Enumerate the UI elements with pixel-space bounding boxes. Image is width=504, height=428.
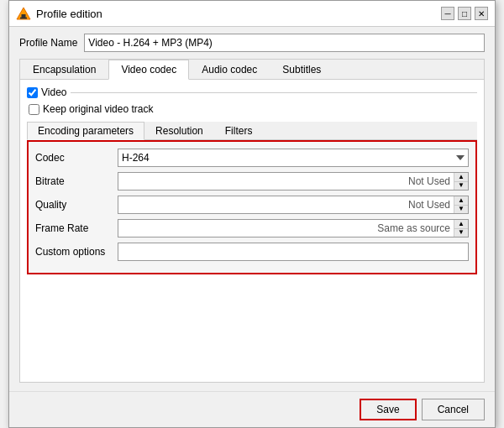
bitrate-label: Bitrate: [35, 175, 111, 187]
vlc-icon: [16, 6, 31, 21]
quality-spinner: ▲ ▼: [118, 196, 469, 214]
frame-rate-label: Frame Rate: [35, 222, 111, 234]
bitrate-spinner: ▲ ▼: [118, 172, 469, 191]
maximize-button[interactable]: □: [458, 7, 471, 20]
quality-spin-up[interactable]: ▲: [454, 196, 468, 206]
tab-filters[interactable]: Filters: [214, 122, 264, 139]
minimize-button[interactable]: ─: [441, 7, 454, 20]
codec-row: Codec H-264 H-265 MPEG-4 MPEG-2 VP8 VP9: [35, 149, 469, 167]
close-button[interactable]: ✕: [475, 7, 488, 20]
encoding-panel: Codec H-264 H-265 MPEG-4 MPEG-2 VP8 VP9: [27, 140, 477, 274]
window-title: Profile edition: [36, 8, 102, 20]
tab-encoding-parameters[interactable]: Encoding parameters: [27, 122, 144, 140]
keep-original-label: Keep original video track: [43, 103, 153, 115]
frame-rate-input-wrap: ▲ ▼: [118, 219, 469, 237]
svg-rect-2: [20, 18, 27, 19]
quality-input[interactable]: [118, 196, 454, 213]
codec-select[interactable]: H-264 H-265 MPEG-4 MPEG-2 VP8 VP9: [118, 149, 469, 167]
video-checkbox[interactable]: [27, 87, 38, 98]
video-checkbox-row: Video: [27, 86, 477, 98]
main-window: Profile edition ─ □ ✕ Profile Name Encap…: [8, 0, 496, 428]
profile-name-label: Profile Name: [19, 37, 77, 49]
keep-original-row: Keep original video track: [27, 103, 477, 115]
tab-resolution[interactable]: Resolution: [144, 122, 214, 139]
custom-options-input[interactable]: [118, 243, 469, 261]
quality-input-wrap: ▲ ▼: [118, 196, 469, 214]
quality-row: Quality ▲ ▼: [35, 196, 469, 214]
quality-label: Quality: [35, 199, 111, 211]
frame-rate-input[interactable]: [118, 220, 454, 237]
frame-rate-spin-buttons: ▲ ▼: [454, 220, 468, 237]
tab-audio-codec[interactable]: Audio codec: [189, 60, 270, 79]
profile-name-row: Profile Name: [19, 34, 485, 52]
window-body: Profile Name Encapsulation Video codec A…: [9, 27, 495, 391]
codec-input-wrap: H-264 H-265 MPEG-4 MPEG-2 VP8 VP9: [118, 149, 469, 167]
tab-encapsulation[interactable]: Encapsulation: [20, 60, 108, 79]
keep-original-checkbox[interactable]: [29, 104, 39, 115]
codec-label: Codec: [35, 152, 111, 164]
title-bar: Profile edition ─ □ ✕: [9, 1, 495, 27]
bitrate-spin-buttons: ▲ ▼: [454, 173, 468, 190]
outer-tab-content: Video Keep original video track Encoding…: [20, 80, 484, 382]
bitrate-spin-down[interactable]: ▼: [454, 182, 468, 191]
custom-options-input-wrap: [118, 243, 469, 261]
outer-tab-bar: Encapsulation Video codec Audio codec Su…: [20, 60, 484, 80]
bottom-bar: Save Cancel: [9, 391, 495, 427]
title-bar-controls: ─ □ ✕: [441, 7, 488, 20]
cancel-button[interactable]: Cancel: [422, 399, 485, 420]
quality-spin-down[interactable]: ▼: [454, 206, 468, 214]
frame-rate-spin-down[interactable]: ▼: [454, 229, 468, 237]
title-bar-left: Profile edition: [16, 6, 102, 21]
empty-area: [27, 274, 477, 375]
video-label: Video: [41, 86, 70, 98]
bitrate-row: Bitrate ▲ ▼: [35, 172, 469, 191]
save-button[interactable]: Save: [360, 399, 416, 420]
svg-rect-1: [22, 14, 26, 18]
outer-tabs-container: Encapsulation Video codec Audio codec Su…: [19, 59, 485, 383]
profile-name-input[interactable]: [84, 34, 485, 52]
custom-options-label: Custom options: [35, 246, 111, 258]
bitrate-input[interactable]: [118, 173, 454, 190]
frame-rate-spinner: ▲ ▼: [118, 219, 469, 237]
tab-video-codec[interactable]: Video codec: [108, 60, 189, 80]
quality-spin-buttons: ▲ ▼: [454, 196, 468, 213]
tab-subtitles[interactable]: Subtitles: [270, 60, 333, 79]
frame-rate-row: Frame Rate ▲ ▼: [35, 219, 469, 237]
bitrate-input-wrap: ▲ ▼: [118, 172, 469, 191]
frame-rate-spin-up[interactable]: ▲: [454, 220, 468, 229]
inner-tab-bar: Encoding parameters Resolution Filters: [27, 122, 477, 140]
bitrate-spin-up[interactable]: ▲: [454, 173, 468, 182]
custom-options-row: Custom options: [35, 243, 469, 261]
